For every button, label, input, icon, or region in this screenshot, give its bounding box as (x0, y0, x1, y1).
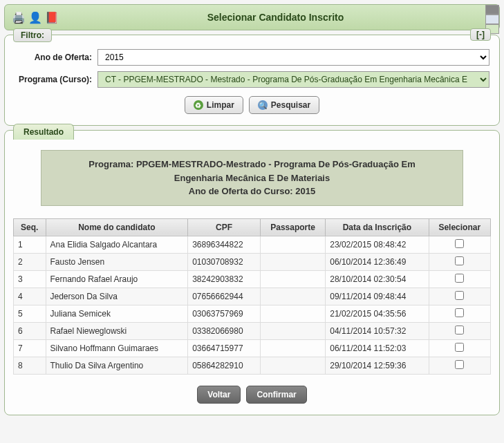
col-data: Data da Inscrição (326, 218, 429, 236)
cell-passaporte (260, 288, 325, 305)
select-checkbox[interactable] (455, 343, 464, 352)
cell-nome: Fernando Rafael Araujo (46, 270, 188, 288)
table-row: 4Jederson Da Silva0765666294409/11/2014 … (14, 288, 491, 305)
banner-line1: Programa: PPGEM-MESTRADO-Mestrado - Prog… (48, 158, 456, 171)
cell-passaporte (260, 305, 325, 322)
cell-cpf: 03664715977 (188, 339, 261, 357)
ano-oferta-label: Ano de Oferta: (15, 53, 97, 62)
cell-seq: 3 (14, 270, 46, 288)
col-selecionar: Selecionar (429, 218, 490, 236)
collapse-button[interactable]: [-] (470, 28, 491, 41)
col-passaporte: Passaporte (260, 218, 325, 236)
recycle-icon: ♻ (194, 100, 203, 110)
cell-selecionar (429, 288, 490, 305)
ano-oferta-select[interactable]: 2015 (97, 49, 489, 66)
cell-cpf: 38242903832 (188, 270, 261, 288)
row-ano-oferta: Ano de Oferta: 2015 (15, 49, 489, 66)
table-row: 8Thulio Da Silva Argentino0586428291029/… (14, 357, 491, 374)
book-icon[interactable]: 📕 (45, 10, 59, 24)
cell-seq: 2 (14, 253, 46, 270)
cell-cpf: 01030708932 (188, 253, 261, 270)
cell-passaporte (260, 339, 325, 357)
cell-seq: 6 (14, 322, 46, 339)
cell-seq: 5 (14, 305, 46, 322)
select-checkbox[interactable] (455, 360, 464, 369)
cell-seq: 1 (14, 236, 46, 253)
header-toolbar: 🖨️ 👤 📕 (12, 10, 59, 24)
search-icon: 🔍 (258, 100, 268, 110)
limpar-button[interactable]: ♻ Limpar (185, 96, 243, 114)
limpar-label: Limpar (207, 100, 234, 110)
cell-data: 23/02/2015 08:48:42 (326, 236, 429, 253)
cell-passaporte (260, 357, 325, 374)
header-bar: 🖨️ 👤 📕 Selecionar Candidato Inscrito (4, 4, 500, 30)
cell-seq: 8 (14, 357, 46, 374)
col-cpf: CPF (188, 218, 261, 236)
cell-passaporte (260, 253, 325, 270)
col-nome: Nome do candidato (46, 218, 188, 236)
cell-seq: 7 (14, 339, 46, 357)
cell-selecionar (429, 322, 490, 339)
banner-line2: Engenharia Mecânica E De Materiais (48, 171, 456, 185)
cell-cpf: 05864282910 (188, 357, 261, 374)
cell-selecionar (429, 253, 490, 270)
cell-data: 29/10/2014 12:59:36 (326, 357, 429, 374)
filter-buttons: ♻ Limpar 🔍 Pesquisar (15, 96, 489, 114)
cell-selecionar (429, 270, 490, 288)
pesquisar-label: Pesquisar (271, 100, 310, 110)
cell-selecionar (429, 339, 490, 357)
program-banner: Programa: PPGEM-MESTRADO-Mestrado - Prog… (41, 150, 463, 206)
cell-nome: Thulio Da Silva Argentino (46, 357, 188, 374)
cell-data: 04/11/2014 10:57:32 (326, 322, 429, 339)
candidates-table: Seq. Nome do candidato CPF Passaporte Da… (13, 218, 491, 375)
filter-tab-label: Filtro: (13, 28, 52, 42)
user-icon[interactable]: 👤 (28, 10, 42, 24)
col-seq: Seq. (14, 218, 46, 236)
cell-passaporte (260, 270, 325, 288)
programa-label: Programa (Curso): (15, 75, 97, 84)
print-icon[interactable]: 🖨️ (12, 10, 26, 24)
cell-cpf: 07656662944 (188, 288, 261, 305)
cell-nome: Juliana Semicek (46, 305, 188, 322)
cell-data: 21/02/2015 04:35:56 (326, 305, 429, 322)
table-row: 7Silvano Hoffmann Guimaraes0366471597706… (14, 339, 491, 357)
cell-nome: Rafael Nieweglowski (46, 322, 188, 339)
table-header-row: Seq. Nome do candidato CPF Passaporte Da… (14, 218, 491, 236)
table-row: 2Fausto Jensen0103070893206/10/2014 12:3… (14, 253, 491, 270)
theme-swatch-blue[interactable] (485, 15, 499, 24)
table-row: 5Juliana Semicek0306375796921/02/2015 04… (14, 305, 491, 322)
voltar-button[interactable]: Voltar (197, 386, 241, 404)
programa-select[interactable]: CT - PPGEM-MESTRADO - Mestrado - Program… (97, 71, 489, 88)
select-checkbox[interactable] (455, 256, 464, 265)
cell-cpf: 36896344822 (188, 236, 261, 253)
cell-selecionar (429, 305, 490, 322)
cell-cpf: 03063757969 (188, 305, 261, 322)
select-checkbox[interactable] (455, 291, 464, 300)
cell-nome: Ana Elidia Salgado Alcantara (46, 236, 188, 253)
cell-data: 06/10/2014 12:36:49 (326, 253, 429, 270)
cell-selecionar (429, 357, 490, 374)
cell-nome: Jederson Da Silva (46, 288, 188, 305)
table-row: 1Ana Elidia Salgado Alcantara36896344822… (14, 236, 491, 253)
action-buttons: Voltar Confirmar (13, 386, 491, 404)
pesquisar-button[interactable]: 🔍 Pesquisar (249, 96, 319, 114)
cell-data: 06/11/2014 11:52:03 (326, 339, 429, 357)
select-checkbox[interactable] (455, 239, 464, 248)
banner-line3: Ano de Oferta do Curso: 2015 (48, 185, 456, 198)
cell-data: 28/10/2014 02:30:54 (326, 270, 429, 288)
filter-panel: Filtro: [-] Ano de Oferta: 2015 Programa… (4, 35, 500, 126)
select-checkbox[interactable] (455, 274, 464, 283)
cell-passaporte (260, 236, 325, 253)
cell-selecionar (429, 236, 490, 253)
result-tab-label: Resultado (13, 124, 74, 140)
table-row: 6Rafael Nieweglowski0338206698004/11/201… (14, 322, 491, 339)
select-checkbox[interactable] (455, 308, 464, 317)
table-row: 3Fernando Rafael Araujo3824290383228/10/… (14, 270, 491, 288)
select-checkbox[interactable] (455, 326, 464, 334)
confirmar-button[interactable]: Confirmar (246, 386, 306, 404)
cell-passaporte (260, 322, 325, 339)
result-panel: Resultado Programa: PPGEM-MESTRADO-Mestr… (4, 130, 500, 415)
theme-swatch-gray[interactable] (485, 5, 499, 15)
cell-seq: 4 (14, 288, 46, 305)
cell-nome: Silvano Hoffmann Guimaraes (46, 339, 188, 357)
